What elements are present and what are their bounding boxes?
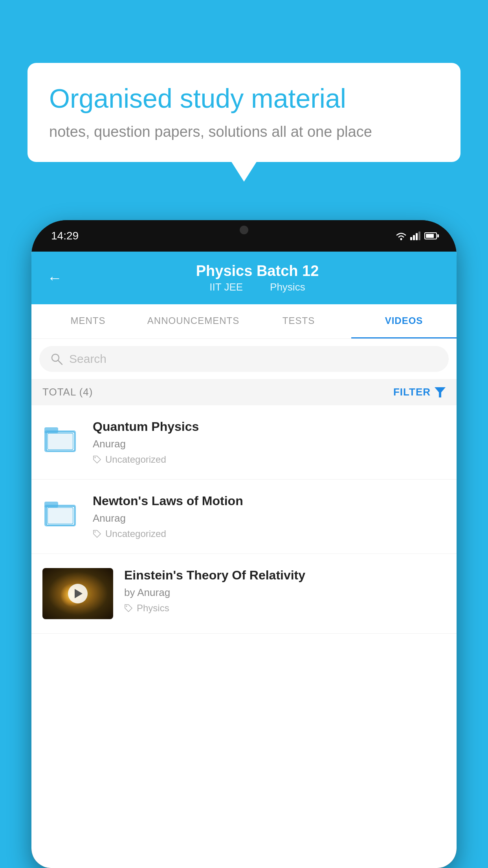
notch <box>213 220 275 240</box>
video-tag: Physics <box>124 603 446 614</box>
svg-rect-2 <box>413 235 415 240</box>
svg-rect-3 <box>416 233 418 240</box>
front-camera <box>240 226 248 234</box>
svg-rect-11 <box>48 433 73 450</box>
bubble-subtitle: notes, question papers, solutions all at… <box>49 123 439 140</box>
video-author: by Anurag <box>124 587 446 599</box>
video-info: Quantum Physics Anurag Uncategorized <box>93 419 446 465</box>
tab-tests[interactable]: TESTS <box>246 304 351 338</box>
status-time: 14:29 <box>51 230 79 242</box>
video-title: Newton's Laws of Motion <box>93 494 446 508</box>
svg-rect-16 <box>48 508 73 524</box>
video-tag: Uncategorized <box>93 454 446 465</box>
svg-point-17 <box>95 531 96 533</box>
video-info: Newton's Laws of Motion Anurag Uncategor… <box>93 494 446 539</box>
signal-icon <box>410 232 421 240</box>
svg-point-18 <box>126 606 127 607</box>
svg-rect-15 <box>44 502 58 508</box>
status-icons <box>395 232 437 240</box>
subtitle-physics: Physics <box>270 281 305 293</box>
list-item[interactable]: Newton's Laws of Motion Anurag Uncategor… <box>31 480 457 554</box>
status-bar: 14:29 <box>31 220 457 252</box>
phone-screen: ← Physics Batch 12 IIT JEE Physics MENTS… <box>31 252 457 868</box>
svg-rect-4 <box>418 232 420 240</box>
speech-bubble: Organised study material notes, question… <box>28 63 460 162</box>
folder-thumbnail <box>42 494 82 533</box>
filter-button[interactable]: FILTER <box>393 386 446 398</box>
back-button[interactable]: ← <box>47 270 62 287</box>
play-triangle-icon <box>75 589 83 598</box>
header-title-group: Physics Batch 12 IIT JEE Physics <box>74 263 441 293</box>
search-placeholder: Search <box>69 352 106 366</box>
search-bar[interactable]: Search <box>39 346 449 372</box>
folder-thumbnail <box>42 419 82 459</box>
filter-icon <box>435 387 446 397</box>
tab-videos[interactable]: VIDEOS <box>351 304 457 338</box>
filter-label: FILTER <box>393 386 431 398</box>
svg-marker-7 <box>435 387 446 397</box>
filter-row: TOTAL (4) FILTER <box>31 379 457 405</box>
search-bar-container: Search <box>31 339 457 379</box>
video-title: Quantum Physics <box>93 419 446 434</box>
tab-bar: MENTS ANNOUNCEMENTS TESTS VIDEOS <box>31 304 457 339</box>
list-item[interactable]: Einstein's Theory Of Relativity by Anura… <box>31 554 457 634</box>
video-thumbnail <box>42 568 113 619</box>
tag-icon <box>93 455 101 464</box>
tab-announcements[interactable]: ANNOUNCEMENTS <box>141 304 246 338</box>
phone-frame: 14:29 <box>31 220 457 868</box>
batch-title: Physics Batch 12 <box>74 263 441 280</box>
subtitle-iitjee: IIT JEE <box>209 281 243 293</box>
svg-point-0 <box>400 238 402 240</box>
wifi-icon <box>395 232 407 240</box>
tag-icon <box>124 604 133 612</box>
video-info: Einstein's Theory Of Relativity by Anura… <box>124 568 446 614</box>
play-button[interactable] <box>68 584 88 603</box>
search-icon <box>50 353 63 365</box>
bubble-title: Organised study material <box>49 83 439 115</box>
svg-rect-1 <box>410 237 412 240</box>
video-author: Anurag <box>93 512 446 524</box>
folder-icon <box>44 498 80 529</box>
battery-icon <box>424 232 437 239</box>
video-tag: Uncategorized <box>93 528 446 539</box>
svg-point-12 <box>95 457 96 458</box>
tab-ments[interactable]: MENTS <box>31 304 141 338</box>
folder-icon <box>44 423 80 455</box>
list-item[interactable]: Quantum Physics Anurag Uncategorized <box>31 405 457 480</box>
video-title: Einstein's Theory Of Relativity <box>124 568 446 583</box>
svg-line-6 <box>58 360 62 364</box>
subtitle-separator <box>253 281 259 293</box>
video-author: Anurag <box>93 438 446 450</box>
batch-subtitle: IIT JEE Physics <box>74 281 441 293</box>
tag-icon <box>93 530 101 538</box>
app-header: ← Physics Batch 12 IIT JEE Physics <box>31 252 457 304</box>
total-count: TOTAL (4) <box>42 386 93 398</box>
svg-rect-10 <box>44 427 58 433</box>
video-list: Quantum Physics Anurag Uncategorized <box>31 405 457 634</box>
